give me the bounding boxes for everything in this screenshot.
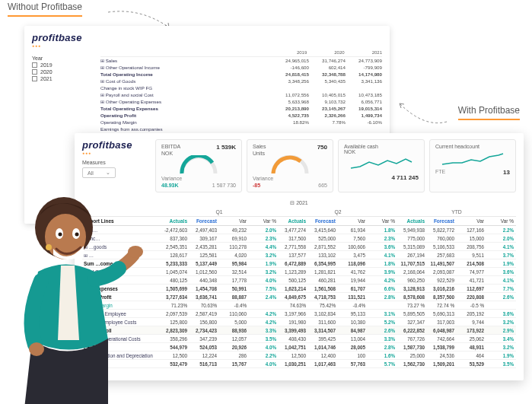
kpi-cash: Available cash NOK 4 711 245 <box>338 139 425 192</box>
report-row: Gross Margin71.23%70.63%-0.4%74.63%75.42… <box>82 301 516 310</box>
measures-label: Measures <box>82 160 151 165</box>
report-row: EBITDA544,979524,05320,9264.0%1,042,7511… <box>82 343 516 352</box>
report-row: ⊞ …480,125440,34817,7784.0%500,125460,28… <box>82 276 516 285</box>
logo-front: profitbase <box>82 139 151 155</box>
gauge-sales-icon <box>253 156 327 174</box>
label-with: With Profitbase <box>458 105 520 120</box>
back-table-head: 201920202021 <box>100 50 382 57</box>
report-row: EBIT532,479516,71315,7674.0%1,030,2511,0… <box>82 360 516 368</box>
quarter-head: Q1Q2YTD <box>82 208 516 217</box>
back-row: Earnings from ass.companies <box>100 126 382 132</box>
kpi-ebitda: EBITDA1 539K NOK Variance 48.93K1 587 73… <box>155 139 242 192</box>
report-row: … of Goods Sold1,045,0741,012,56032,5143… <box>82 268 516 276</box>
arrow-to-front <box>395 99 448 129</box>
back-row: ⊞ Cost of Goods3,348,2565,340,4353,341,1… <box>100 78 382 84</box>
svg-point-6 <box>46 244 52 250</box>
report-row: ⊞ In…-2,472,6032,497,40349,2322.0%3,477,… <box>82 226 516 234</box>
report-row: Sum Payroll2,823,3092,734,42388,9363.3%3… <box>82 326 516 335</box>
report-row: Sum …come5,233,3335,137,44995,9841.9%6,4… <box>82 259 516 268</box>
back-row: Operating Margin18.82%7.78%-6.10% <box>100 119 382 126</box>
report-row: ⊞ …128,617125,5814,0203.2%137,577133,102… <box>82 251 516 259</box>
report-row: ⊞ …goods2,545,3512,435,281110,2784.4%2,7… <box>82 243 516 251</box>
column-head: Report LinesActualsForecastVarVar %Actua… <box>82 217 516 226</box>
chevron-down-icon: ⌄ <box>106 170 110 176</box>
report-row: ⊞ Amortization and Depreciation12,50012,… <box>82 352 516 360</box>
gauge-ebitda-icon <box>161 156 236 174</box>
back-row: ⊞ Sales24,965,01531,746,27424,773,909 <box>100 57 382 64</box>
svg-point-3 <box>59 233 62 237</box>
kpi-headcount: Current headcount FTE13 <box>429 139 516 192</box>
svg-point-5 <box>75 233 79 237</box>
sparkline-head-icon <box>435 149 510 167</box>
report-row: ⊞ Payroll Employee2,097,5392,587,419110,… <box>82 310 516 318</box>
back-row: ⊞ Other Operational Income-146,600602,41… <box>100 64 382 71</box>
label-without: Without Profitbase <box>8 2 82 17</box>
back-row: Total Operating Expenses20,213,89023,145… <box>100 105 382 112</box>
report-table: ⊟ 2021 Q1Q2YTD Report LinesActualsForeca… <box>82 199 516 368</box>
back-row: ⊞ Other Operating Expenses5,633,9689,103… <box>100 98 382 105</box>
sparkline-cash-icon <box>344 154 419 173</box>
kpi-sales: Sales750 Units Variance -85665 <box>247 139 333 192</box>
report-row: ⊞ Other employee Costs125,800156,8005,00… <box>82 318 516 326</box>
back-row: Operating Profit4,522,7352,326,2661,499,… <box>100 112 382 119</box>
checkbox-icon[interactable] <box>32 62 37 68</box>
year-superhead[interactable]: ⊟ 2021 <box>82 199 516 208</box>
report-row: ⊞ Inc…837,360309,16769,9102.3%317,500525… <box>82 234 516 243</box>
checkbox-icon[interactable] <box>32 69 37 75</box>
svg-point-8 <box>29 342 44 356</box>
report-row: ⊞ Other Operational Costs358,296347,2391… <box>82 335 516 343</box>
measures-value: All <box>88 170 94 176</box>
back-row: Change in stock WIP FG <box>100 84 382 91</box>
back-row: Total Operating Income24,818,41532,348,7… <box>100 71 382 78</box>
logo-back: profitbase <box>32 32 382 48</box>
back-row: ⊞ Payroll and social Cost11,072,55610,40… <box>100 91 382 98</box>
report-row: Gross Profit3,727,6343,636,74188,8872.4%… <box>82 293 516 301</box>
svg-point-7 <box>128 246 143 258</box>
checkbox-icon[interactable] <box>32 76 37 81</box>
measures-select[interactable]: All ⌄ <box>82 167 116 178</box>
presenter-illustration <box>0 180 146 404</box>
report-row: Sum Expenses1,505,6991,454,70850,9917.5%… <box>82 285 516 293</box>
